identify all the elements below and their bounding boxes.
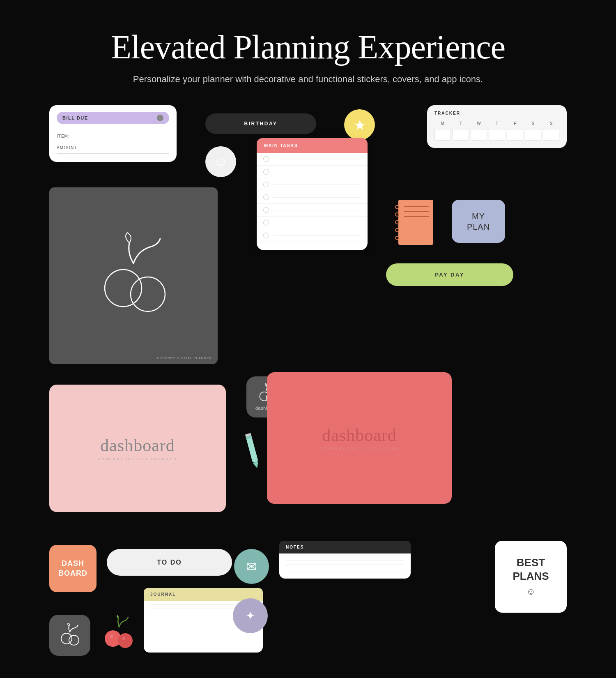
- best-plans-smiley: ☺: [526, 586, 535, 598]
- svg-point-0: [105, 270, 142, 307]
- tracker-cell-5[interactable]: [507, 129, 523, 141]
- svg-point-8: [61, 633, 72, 644]
- bill-due-amount-row: AMOUNT:: [57, 142, 169, 154]
- birthday-button[interactable]: BIRTHDAY: [205, 113, 316, 134]
- notes-header: NOTES: [279, 541, 411, 553]
- email-circle[interactable]: ✉: [234, 549, 269, 584]
- cherry-illustration: [88, 231, 179, 321]
- grid-area: BILL DUE ITEM: AMOUNT: BIRTHDAY ★ TRACKE…: [25, 105, 591, 676]
- tracker-cell-2[interactable]: [453, 129, 469, 141]
- task-checkbox-7[interactable]: [263, 233, 269, 238]
- tracker-cell-1[interactable]: [434, 129, 451, 141]
- cherry-fruit-svg: [101, 615, 138, 652]
- tracker-day-M: M: [434, 120, 451, 127]
- tracker-day-S1: S: [525, 120, 541, 127]
- tracker-title: TRACKER: [434, 111, 559, 115]
- bill-due-card: BILL DUE ITEM: AMOUNT:: [49, 105, 177, 162]
- header-section: Elevated Planning Experience Personalize…: [25, 16, 591, 89]
- pink-dashboard-sub-text: CYBERRY DIGITAL PLANNER: [98, 457, 177, 461]
- bill-due-title: BILL DUE: [62, 115, 88, 120]
- tracker-day-T1: T: [453, 120, 469, 127]
- bill-due-item-row: ITEM:: [57, 131, 169, 142]
- dash-board-label: DASHBOARD: [58, 559, 87, 578]
- pen-icon: [241, 429, 264, 472]
- cherry-bottom-icon: [57, 623, 82, 648]
- email-icon: ✉: [246, 559, 257, 574]
- pay-day-button[interactable]: PAY DAY: [386, 263, 513, 286]
- notebook-sticker: [398, 200, 433, 245]
- to-do-button[interactable]: TO DO: [107, 549, 232, 576]
- pink-dashboard-main-text: dashboard: [100, 436, 175, 455]
- smiley-circle: ☺: [205, 146, 236, 177]
- svg-point-12: [110, 635, 113, 638]
- task-checkbox-1[interactable]: [263, 156, 269, 162]
- tracker-cell-6[interactable]: [525, 129, 541, 141]
- pen-sticker: [241, 429, 264, 473]
- star-icon: ★: [354, 117, 366, 133]
- svg-point-9: [69, 635, 79, 645]
- my-plan-label: MYPLAN: [467, 211, 490, 232]
- task-item-4[interactable]: [257, 191, 368, 204]
- tracker-day-F: F: [507, 120, 523, 127]
- task-item-2[interactable]: [257, 166, 368, 178]
- red-dashboard-sub-text: CYBERRY DIGITAL PLANNER: [319, 447, 399, 451]
- task-item-5[interactable]: [257, 204, 368, 217]
- my-plan-button[interactable]: MYPLAN: [452, 200, 505, 243]
- cherry-app-icon-bottom[interactable]: [49, 615, 90, 656]
- bill-due-dot: [157, 115, 163, 121]
- tracker-day-W: W: [471, 120, 487, 127]
- best-plans-text: BESTPLANS: [513, 556, 549, 584]
- task-checkbox-6[interactable]: [263, 220, 269, 226]
- task-item-6[interactable]: [257, 217, 368, 229]
- pay-day-label: PAY DAY: [435, 272, 464, 278]
- red-dashboard-card: dashboard CYBERRY DIGITAL PLANNER: [267, 372, 452, 504]
- cherry-fruit-sticker: [101, 615, 138, 652]
- svg-marker-5: [253, 461, 260, 469]
- subtitle: Personalize your planner with decorative…: [25, 74, 591, 85]
- main-tasks-card: MAIN TASKS: [257, 138, 368, 250]
- dash-board-button[interactable]: DASHBOARD: [49, 545, 97, 592]
- best-plans-card: BESTPLANS ☺: [495, 541, 567, 613]
- tracker-day-S2: S: [543, 120, 559, 127]
- task-checkbox-4[interactable]: [263, 194, 269, 200]
- tracker-cell-7[interactable]: [543, 129, 559, 141]
- tracker-cell-3[interactable]: [471, 129, 487, 141]
- task-item-1[interactable]: [257, 153, 368, 166]
- bill-due-header: BILL DUE: [57, 112, 169, 124]
- pink-dashboard-card: dashboard CYBERRY DIGITAL PLANNER: [49, 385, 226, 512]
- main-tasks-header: MAIN TASKS: [257, 138, 368, 153]
- star-badge: ★: [344, 109, 375, 140]
- tracker-card: TRACKER M T W T F S S: [427, 105, 567, 148]
- tracker-cell-4[interactable]: [489, 129, 505, 141]
- tracker-grid: M T W T F S S: [434, 120, 559, 141]
- task-checkbox-5[interactable]: [263, 207, 269, 213]
- main-title: Elevated Planning Experience: [25, 29, 591, 66]
- svg-point-13: [122, 637, 125, 640]
- task-checkbox-3[interactable]: [263, 182, 269, 187]
- task-item-7[interactable]: [257, 229, 368, 242]
- task-item-3[interactable]: [257, 178, 368, 191]
- to-do-label: TO DO: [157, 559, 182, 566]
- task-checkbox-2[interactable]: [263, 169, 269, 175]
- tracker-day-T2: T: [489, 120, 505, 127]
- svg-point-11: [118, 633, 133, 648]
- smiley-icon: ☺: [214, 154, 228, 170]
- sparkle-icon: ✦: [246, 609, 255, 623]
- cherry-card: CYBERRY DIGITAL PLANNER: [49, 187, 218, 364]
- sparkle-circle: ✦: [233, 598, 268, 633]
- page-wrapper: Elevated Planning Experience Personalize…: [0, 0, 616, 678]
- red-dashboard-main-text: dashboard: [322, 425, 397, 445]
- notes-card: NOTES: [279, 541, 411, 579]
- svg-point-1: [131, 277, 165, 311]
- cherry-card-label: CYBERRY DIGITAL PLANNER: [157, 356, 212, 360]
